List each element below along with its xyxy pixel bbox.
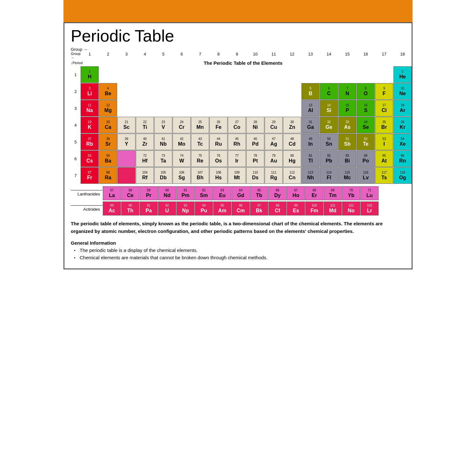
element-ac: 89Ac bbox=[103, 202, 121, 215]
element-sym: Cm bbox=[237, 208, 245, 214]
element-sym: H bbox=[88, 74, 92, 80]
element-sym: Pd bbox=[252, 141, 258, 147]
element-rb: 37Rb bbox=[81, 134, 99, 150]
element-num: 35 bbox=[382, 120, 386, 124]
element-sym: Lv bbox=[363, 175, 369, 181]
element-b: 5B bbox=[301, 83, 320, 100]
element-mn: 25Mn bbox=[191, 117, 209, 133]
element-se: 34Se bbox=[357, 117, 375, 133]
element-num: 85 bbox=[382, 154, 386, 158]
element-num: 76 bbox=[217, 154, 220, 158]
element-sym: Ts bbox=[381, 175, 387, 181]
element-eu: 63Eu bbox=[213, 186, 231, 200]
element-num: 114 bbox=[326, 171, 332, 175]
element-ra: 88Ra bbox=[99, 167, 117, 184]
element-num: 71 bbox=[368, 188, 371, 192]
element-pb: 82Pb bbox=[320, 150, 338, 167]
element-po: 84Po bbox=[357, 150, 375, 167]
element-sym: Tl bbox=[308, 158, 313, 164]
element-cu: 29Cu bbox=[265, 117, 283, 133]
group-13: 13 bbox=[301, 52, 320, 60]
element-num: 68 bbox=[313, 188, 316, 192]
group-5: 5 bbox=[154, 52, 172, 60]
period-label-header: Group → bbox=[71, 52, 80, 60]
periodic-table-wrapper: Group → 1 2 3 4 5 6 7 8 9 10 11 12 13 14… bbox=[71, 52, 405, 215]
group-6: 6 bbox=[173, 52, 191, 60]
element-sym: Ta bbox=[161, 158, 166, 164]
element-sym: Eu bbox=[219, 192, 225, 198]
element-num: 70 bbox=[349, 188, 353, 192]
page-title: Periodic Table bbox=[71, 26, 405, 45]
element-pr: 59Pr bbox=[140, 186, 158, 200]
element-num: 2 bbox=[402, 70, 404, 74]
lanthanides-elements: 57La58Ce59Pr60Nd61Pm62Sm63Eu64Gd65Tb66Dy… bbox=[103, 186, 379, 200]
element-num: 8 bbox=[365, 87, 367, 90]
element-sym: Ar bbox=[400, 107, 406, 113]
element-sym: Md bbox=[329, 208, 336, 214]
element-hf: 72Hf bbox=[136, 150, 154, 167]
element-f: 9F bbox=[375, 83, 393, 100]
element-sym: Rf bbox=[142, 175, 148, 181]
element-num: 107 bbox=[197, 171, 203, 175]
element-dy: 66Dy bbox=[268, 186, 287, 200]
element-sym: U bbox=[165, 208, 169, 214]
element-sym: Ir bbox=[235, 158, 239, 164]
element-re: 75Re bbox=[191, 150, 209, 167]
element-num: 108 bbox=[216, 171, 221, 175]
element-sym: Rb bbox=[86, 141, 93, 147]
element-num: 112 bbox=[289, 171, 295, 175]
element-lv: 116Lv bbox=[357, 167, 375, 184]
element-num: 62 bbox=[202, 188, 206, 192]
element-num: 3 bbox=[89, 87, 91, 90]
element-num: 56 bbox=[106, 154, 110, 158]
element-num: 99 bbox=[294, 204, 298, 208]
element-h: 1H bbox=[81, 66, 99, 83]
element-num: 65 bbox=[257, 188, 261, 192]
element-sym: W bbox=[179, 158, 184, 164]
element-num: 80 bbox=[290, 154, 294, 158]
period-num-6: 6 bbox=[71, 150, 80, 167]
element-sym: C bbox=[327, 90, 331, 96]
element-kr: 36Kr bbox=[393, 117, 412, 133]
element-rh: 45Rh bbox=[228, 134, 246, 150]
element-sym: Lu bbox=[367, 192, 373, 198]
element-num: 94 bbox=[202, 204, 206, 208]
element-num: 37 bbox=[88, 137, 91, 141]
element-sym: Ti bbox=[143, 124, 147, 130]
element-sym: Si bbox=[327, 107, 331, 113]
element-num: 113 bbox=[308, 171, 313, 175]
element-c: 6C bbox=[320, 83, 338, 100]
element-lu: 71Lu bbox=[360, 186, 379, 200]
element-ga: 31Ga bbox=[301, 117, 320, 133]
element-cm: 96Cm bbox=[232, 202, 250, 215]
element-ni: 28Ni bbox=[246, 117, 264, 133]
element-sym: Pm bbox=[182, 192, 189, 198]
element-sym: Cu bbox=[270, 124, 277, 130]
element-au: 79Au bbox=[265, 150, 283, 167]
element-num: 79 bbox=[272, 154, 275, 158]
element-num: 41 bbox=[162, 137, 165, 141]
element-sym: Se bbox=[363, 124, 369, 130]
element-num: 6 bbox=[328, 87, 330, 90]
period-down-label: ↓Period bbox=[71, 61, 80, 65]
element-num: 110 bbox=[253, 171, 258, 175]
element-num: 20 bbox=[106, 120, 110, 124]
element-num: 18 bbox=[401, 103, 404, 107]
element-num: 46 bbox=[254, 137, 257, 141]
element-sym: Mo bbox=[178, 141, 185, 147]
element-sym: Hs bbox=[215, 175, 221, 181]
element-num: 115 bbox=[345, 171, 350, 175]
element-num: 74 bbox=[180, 154, 183, 158]
element-ir: 77Ir bbox=[228, 150, 246, 167]
element-og: 118Og bbox=[393, 167, 412, 184]
element-sym: Rn bbox=[399, 158, 406, 164]
group-14: 14 bbox=[320, 52, 338, 60]
group-16: 16 bbox=[357, 52, 375, 60]
element-num: 91 bbox=[147, 204, 150, 208]
gen-info-title: General Information bbox=[71, 240, 405, 246]
element-num: 111 bbox=[271, 171, 276, 175]
element-sym: P bbox=[346, 107, 349, 113]
element-num: 101 bbox=[330, 204, 335, 208]
lanthanides-label: Lanthanides bbox=[71, 190, 102, 196]
element-sym: Ag bbox=[270, 141, 277, 147]
